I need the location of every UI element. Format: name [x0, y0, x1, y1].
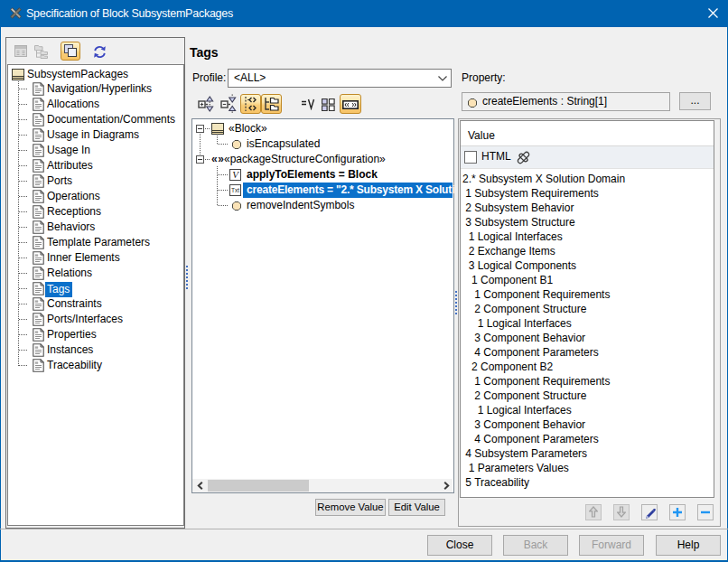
svg-text:Txt: Txt [231, 187, 239, 193]
